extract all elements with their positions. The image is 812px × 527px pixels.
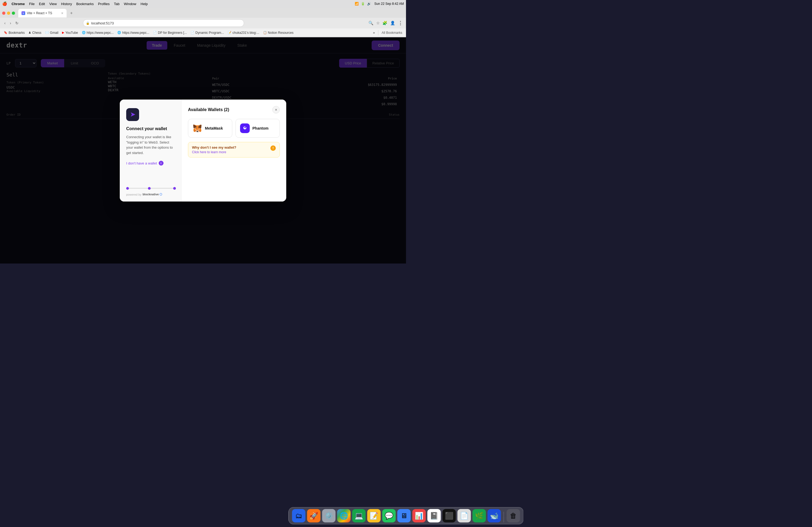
bookmark-icon: 🔖	[4, 31, 8, 34]
menu-bar: 🍎 Chrome File Edit View History Bookmark…	[0, 0, 406, 7]
menu-bookmarks[interactable]: Bookmarks	[76, 2, 94, 6]
powered-by-name: blocknative ⬡	[143, 193, 162, 196]
address-bar: ‹ › ↻ 🔒 localhost:5173 🔍 ☆ 🧩 👤 ⋮	[0, 18, 406, 28]
phantom-icon	[240, 123, 250, 133]
metamask-icon	[192, 123, 202, 133]
bookmark-gmail-label: Gmail	[50, 31, 58, 35]
maximize-window-btn[interactable]	[12, 12, 15, 15]
wifi-icon: 📶	[355, 2, 359, 6]
all-bookmarks-btn[interactable]: All Bookmarks	[380, 30, 404, 35]
minimize-window-btn[interactable]	[7, 12, 10, 15]
gmail-icon: ✉️	[45, 31, 49, 34]
progress-dot-end	[173, 187, 176, 190]
blog-icon: 📝	[228, 31, 231, 34]
menu-history[interactable]: History	[61, 2, 72, 6]
secure-icon: 🔒	[86, 21, 90, 25]
back-btn[interactable]: ‹	[3, 20, 7, 26]
powered-by-text: powered by	[126, 193, 142, 196]
bookmarks-divider	[378, 30, 378, 35]
metamask-label: MetaMask	[205, 126, 223, 131]
no-wallet-text: I don't have a wallet	[126, 161, 157, 165]
close-window-btn[interactable]	[2, 12, 5, 15]
modal-overlay: ➤ Connect your wallet Connecting your wa…	[0, 37, 406, 264]
wallet-info-title: Why don't I see my wallet?	[192, 146, 268, 149]
modal-logo: ➤	[126, 108, 139, 121]
bookmark-bookmarks[interactable]: 🔖 Bookmarks	[2, 30, 26, 35]
youtube-icon: ▶	[62, 31, 64, 34]
bookmark-pepc2[interactable]: 🌐 https://www.pepc...	[116, 30, 151, 35]
browser-toolbar-right: 🔍 ☆ 🧩 👤 ⋮	[368, 20, 403, 26]
bookmark-blog-label: chuka231's blog:...	[233, 31, 259, 35]
clock: Sun 22 Sep 8:42 AM	[374, 2, 404, 6]
modal-close-btn[interactable]: ×	[272, 106, 280, 114]
progress-bar	[126, 188, 175, 189]
profile-icon[interactable]: 👤	[390, 21, 395, 26]
bookmarks-more-btn[interactable]: »	[371, 30, 376, 35]
menu-profiles[interactable]: Profiles	[98, 2, 110, 6]
search-icon[interactable]: 🔍	[368, 21, 374, 26]
browser-chrome: V Vite + React + TS × + ‹ › ↻ 🔒 localhos…	[0, 7, 406, 37]
bookmark-notion[interactable]: 📋 Notion Resources	[262, 30, 295, 35]
bookmark-dp[interactable]: 📄 DP for Beginners [...	[151, 30, 188, 35]
volume-icon: 🔊	[367, 2, 371, 6]
bookmark-label: Bookmarks	[9, 31, 25, 35]
menu-bar-right: 📶 🔋 🔊 Sun 22 Sep 8:42 AM	[355, 2, 404, 6]
chess-icon: ♟	[28, 31, 31, 34]
wallet-info-link[interactable]: Click here to learn more	[192, 150, 268, 154]
apple-menu[interactable]: 🍎	[2, 1, 7, 6]
tab-bar: V Vite + React + TS × +	[0, 7, 406, 18]
tab-favicon: V	[21, 11, 25, 15]
bookmark-dynamic-label: Dynamic Program...	[195, 31, 224, 35]
url-text: localhost:5173	[91, 21, 114, 25]
menu-window[interactable]: Window	[124, 2, 136, 6]
modal-connect-title: Connect your wallet	[126, 126, 175, 131]
bookmark-chess[interactable]: ♟ Chess	[27, 30, 43, 35]
bookmark-chess-label: Chess	[32, 31, 41, 35]
browser-tab-active[interactable]: V Vite + React + TS ×	[18, 9, 67, 17]
progress-dot-mid	[148, 187, 151, 190]
bookmark-youtube[interactable]: ▶ YouTube	[60, 30, 79, 35]
metamask-option[interactable]: MetaMask	[188, 119, 232, 138]
progress-dot-start	[126, 187, 129, 190]
menu-help[interactable]: Help	[141, 2, 148, 6]
bookmark-blog[interactable]: 📝 chuka231's blog:...	[226, 30, 261, 35]
new-tab-btn[interactable]: +	[68, 10, 75, 17]
modal-left-panel: ➤ Connect your wallet Connecting your wa…	[120, 100, 182, 201]
modal-header: Available Wallets (2) ×	[188, 106, 280, 114]
menu-tab[interactable]: Tab	[114, 2, 119, 6]
tab-close-btn[interactable]: ×	[61, 11, 63, 15]
dp-icon: 📄	[153, 31, 157, 34]
forward-btn[interactable]: ›	[9, 20, 12, 26]
progress-bar-container	[126, 188, 175, 189]
extensions-icon[interactable]: 🧩	[382, 21, 388, 26]
bookmark-pepc2-label: https://www.pepc...	[122, 31, 149, 35]
bookmark-gmail[interactable]: ✉️ Gmail	[44, 30, 60, 35]
bookmark-star-icon[interactable]: ☆	[376, 21, 380, 26]
menu-edit[interactable]: Edit	[39, 2, 45, 6]
no-wallet-info-icon: i	[159, 161, 163, 166]
wallet-info-text: Why don't I see my wallet? Click here to…	[192, 146, 268, 154]
phantom-option[interactable]: Phantom	[235, 119, 280, 138]
app-name[interactable]: Chrome	[12, 2, 25, 6]
no-wallet-link[interactable]: I don't have a wallet i	[126, 161, 175, 166]
modal-header-title: Available Wallets (2)	[188, 107, 229, 112]
url-bar[interactable]: 🔒 localhost:5173	[83, 19, 244, 27]
bookmark-pepc1-label: https://www.pepc...	[87, 31, 114, 35]
bookmark-notion-label: Notion Resources	[268, 31, 293, 35]
phantom-label: Phantom	[252, 126, 269, 131]
menu-view[interactable]: View	[49, 2, 57, 6]
wallet-info-box: Why don't I see my wallet? Click here to…	[188, 142, 280, 157]
modal-logo-symbol: ➤	[130, 111, 135, 118]
bookmark-pepc1[interactable]: 🌐 https://www.pepc...	[80, 30, 115, 35]
bookmark-dynamic[interactable]: 📄 Dynamic Program...	[189, 30, 226, 35]
menu-file[interactable]: File	[29, 2, 35, 6]
refresh-btn[interactable]: ↻	[14, 20, 19, 26]
bookmark-dp-label: DP for Beginners [...	[158, 31, 187, 35]
modal-right-panel: Available Wallets (2) ×	[182, 100, 286, 201]
modal-connect-desc: Connecting your wallet is like "logging …	[126, 134, 175, 155]
notion-icon: 📋	[263, 31, 267, 34]
wallet-modal: ➤ Connect your wallet Connecting your wa…	[120, 100, 286, 201]
bookmark-youtube-label: YouTube	[65, 31, 78, 35]
traffic-lights	[2, 12, 15, 15]
menu-dots-icon[interactable]: ⋮	[398, 20, 403, 26]
